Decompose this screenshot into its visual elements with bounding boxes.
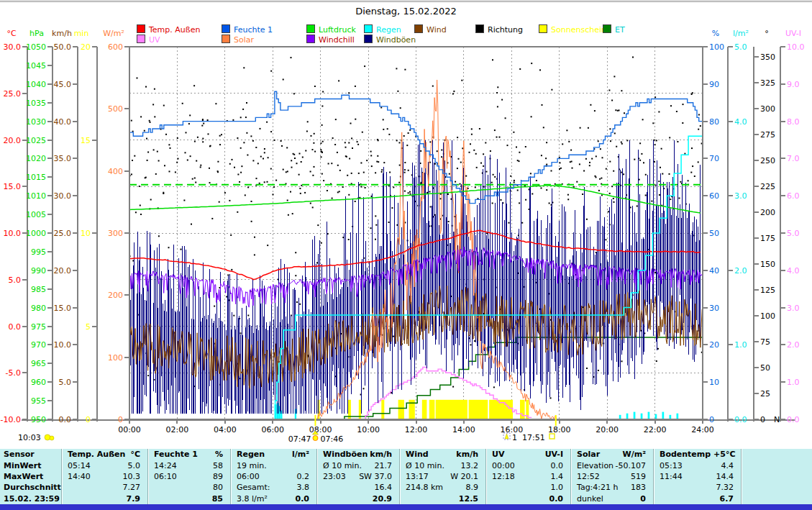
sonnenschein-bar xyxy=(520,400,525,419)
sensor-min-cell: 00:000.0 xyxy=(486,460,570,470)
tick-label-min: 0 xyxy=(86,415,91,424)
sensor-now-cell: 20.9 xyxy=(317,493,399,504)
richtung-dot xyxy=(510,176,511,177)
axis-title-l-m: l/m² xyxy=(733,29,749,38)
richtung-dot xyxy=(692,165,693,167)
richtung-dot xyxy=(642,119,644,120)
richtung-dot xyxy=(300,193,301,194)
richtung-dot xyxy=(202,138,204,140)
richtung-dot xyxy=(543,127,544,128)
axis-title-: ° xyxy=(765,29,769,38)
richtung-dot xyxy=(486,171,488,173)
tick-label-: 175 xyxy=(760,234,775,243)
cell-value: 0.0 xyxy=(492,494,570,504)
richtung-dot xyxy=(571,161,572,163)
richtung-dot xyxy=(632,57,634,58)
richtung-dot xyxy=(364,65,365,67)
stats-table: SensorMinWertMaxWertDurchschnitt15.02. 2… xyxy=(0,449,812,504)
sensor-column-regen: Regenl/m²19 min.06:000.2Gesamt:3.83.8 l/… xyxy=(230,449,316,504)
tick-label-c: 0.0 xyxy=(9,322,22,332)
richtung-dot xyxy=(670,105,672,106)
richtung-dot xyxy=(192,178,193,180)
tick-label-: 125 xyxy=(760,286,775,295)
richtung-dot xyxy=(240,332,242,334)
x-tick-label: 12:00 xyxy=(405,425,428,434)
sensor-header: UVUV-I xyxy=(486,449,570,460)
cell-value: -50.107 xyxy=(613,461,653,470)
richtung-dot xyxy=(532,193,533,195)
sensor-header: Windböenkm/h xyxy=(317,449,399,460)
richtung-dot xyxy=(639,142,641,144)
tick-label-l-m: 1.0 xyxy=(734,340,747,350)
cell-info: Gesamt: xyxy=(231,483,270,492)
richtung-dot xyxy=(383,129,384,130)
tick-label-w-m: 200 xyxy=(108,291,123,300)
regen-intensit-t-bar xyxy=(677,414,679,419)
richtung-dot xyxy=(145,177,147,178)
tick-label-: 70 xyxy=(709,154,719,163)
tick-label-l-m: 2.0 xyxy=(734,266,747,276)
tick-label-min: 10 xyxy=(81,229,91,238)
richtung-dot xyxy=(525,199,526,201)
richtung-dot xyxy=(621,360,623,362)
tick-label-uv-i: 3.0 xyxy=(787,304,800,313)
tick-label-hpa: 1025 xyxy=(26,136,46,145)
richtung-dot xyxy=(662,173,663,175)
richtung-dot xyxy=(185,152,186,153)
richtung-dot xyxy=(546,189,547,191)
sensor-name: Feuchte 1 xyxy=(148,450,198,459)
richtung-dot xyxy=(312,206,314,208)
richtung-dot xyxy=(351,173,352,174)
richtung-dot xyxy=(496,92,498,94)
richtung-dot xyxy=(491,182,493,183)
richtung-dot xyxy=(168,247,170,248)
richtung-dot xyxy=(570,161,571,163)
tick-label-: 40 xyxy=(709,266,719,276)
richtung-dot xyxy=(408,132,409,134)
richtung-dot xyxy=(246,132,247,134)
richtung-dot xyxy=(626,140,628,141)
richtung-dot xyxy=(613,198,614,199)
tick-label-c: -5.0 xyxy=(6,368,21,378)
richtung-dot xyxy=(453,91,455,92)
richtung-dot xyxy=(448,221,450,222)
richtung-dot xyxy=(519,160,520,162)
richtung-dot xyxy=(176,162,178,163)
richtung-dot xyxy=(132,260,134,262)
richtung-dot xyxy=(658,111,660,113)
cell-value: 183 xyxy=(619,483,654,492)
richtung-dot xyxy=(393,186,394,188)
richtung-dot xyxy=(613,201,615,203)
richtung-dot xyxy=(470,143,471,145)
richtung-dot xyxy=(621,172,622,173)
cell-info: Ø 10 min. xyxy=(400,461,444,470)
tick-label-km-h: 30.0 xyxy=(54,191,72,201)
tick-label-: 20 xyxy=(709,340,719,350)
richtung-dot xyxy=(365,187,366,188)
tick-label-hpa: 1050 xyxy=(26,42,46,52)
richtung-dot xyxy=(579,163,580,165)
regen-intensit-t-bar xyxy=(662,412,665,419)
richtung-dot xyxy=(376,161,378,163)
tick-label-km-h: 5.0 xyxy=(59,378,72,387)
richtung-dot xyxy=(267,181,268,183)
richtung-dot xyxy=(239,181,240,183)
richtung-dot xyxy=(189,114,191,116)
richtung-dot xyxy=(241,165,242,167)
richtung-dot xyxy=(475,186,476,188)
richtung-dot xyxy=(242,109,244,110)
baseline xyxy=(22,419,795,421)
richtung-dot xyxy=(140,116,142,117)
richtung-dot xyxy=(492,59,493,60)
cell-info: 13:17 xyxy=(400,472,429,481)
moon-day: 1 xyxy=(512,433,517,442)
table-row-labels-column: SensorMinWertMaxWertDurchschnitt15.02. 2… xyxy=(0,449,61,504)
richtung-dot xyxy=(331,163,332,164)
sensor-column-bodentemp-5: Bodentemp +5°C05:134.411:4414.47.326.7 xyxy=(653,449,741,504)
richtung-dot xyxy=(147,160,148,161)
cell-info: 00:00 xyxy=(486,461,515,470)
richtung-dot xyxy=(177,137,178,139)
tick-label-l-m: 4.0 xyxy=(734,117,747,127)
richtung-dot xyxy=(224,192,226,193)
sensor-avg-cell: Gesamt:3.8 xyxy=(231,482,316,493)
